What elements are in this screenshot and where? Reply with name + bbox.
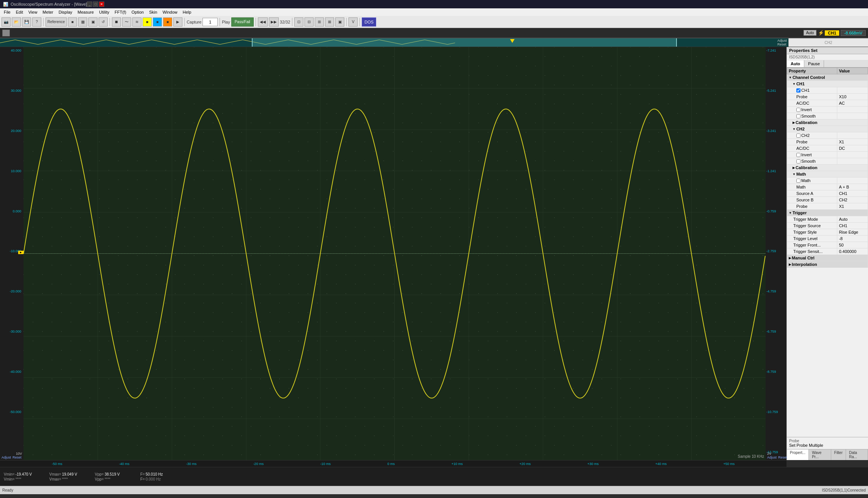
menu-file[interactable]: File	[2, 9, 13, 15]
trig-source-row: Trigger Source CH1	[787, 223, 868, 229]
menu-option[interactable]: Option	[129, 9, 146, 15]
tb-ref2[interactable]: ▦	[78, 17, 87, 27]
tb-ref4[interactable]: ↺	[99, 17, 108, 27]
ch2-smooth-checkbox[interactable]	[796, 159, 801, 163]
x-axis-labels: -50 ms -40 ms -30 ms -20 ms -10 ms 0 ms …	[24, 462, 763, 466]
r-label-7: -6.759	[766, 330, 786, 333]
y-label-2: 20.000	[2, 129, 23, 133]
tb-zoom5[interactable]: ▣	[335, 17, 344, 27]
r-label-3: -1.241	[766, 169, 786, 173]
sep4	[220, 18, 220, 26]
adjust-right[interactable]: Adjust	[767, 456, 777, 459]
tb-wave2[interactable]: ≋	[132, 17, 141, 27]
menu-window[interactable]: Window	[160, 9, 180, 15]
reset-left[interactable]: Reset	[13, 456, 22, 459]
menu-fft[interactable]: FFT(f)	[112, 9, 129, 15]
y-label-1: 30.000	[2, 89, 23, 93]
vmin2-label: Vmin=	[4, 477, 15, 481]
tb-volt[interactable]: V	[348, 17, 358, 27]
menubar: File Edit View Meter Display Measure Uti…	[0, 8, 868, 16]
adjust-btn-overview[interactable]: Adjust	[777, 39, 787, 42]
toolbar-open[interactable]: 📂	[12, 17, 21, 27]
col-value: Value	[837, 68, 868, 74]
right-axis-scale: 2V Adjust Reset	[766, 451, 786, 460]
auto-button[interactable]: Auto	[804, 30, 817, 36]
channel-control-header: ▼ Channel Control	[787, 74, 868, 81]
tb-mode[interactable]: ▶	[173, 17, 182, 27]
menu-meter[interactable]: Meter	[40, 9, 55, 15]
vmin2-value: ****	[16, 477, 22, 481]
passfail-button[interactable]: Pass/Fail	[231, 17, 254, 27]
tb-ref1[interactable]: ■	[68, 17, 77, 27]
ch2-enable-checkbox[interactable]	[796, 134, 801, 138]
ch1-invert-checkbox[interactable]	[796, 108, 801, 112]
close-button[interactable]: ✕	[99, 2, 104, 7]
x-label-2: -30 ms	[186, 462, 197, 466]
prop-tab-datara[interactable]: Data Ra...	[846, 449, 868, 460]
top-small-indicator	[2, 30, 10, 36]
interpolation-header: ▶ Interpolation	[787, 261, 868, 268]
tb-zoom2[interactable]: ⊟	[305, 17, 314, 27]
vmax2-label: Vmax=	[49, 477, 61, 481]
overview-bar: Adjust Reset CH2	[0, 38, 868, 47]
toolbar-save[interactable]: 💾	[22, 17, 31, 27]
y-label-6: -20.000	[2, 289, 23, 293]
overview-highlight	[252, 38, 677, 47]
dos-button[interactable]: DOS	[362, 17, 376, 27]
reset-btn-overview[interactable]: Reset	[777, 42, 787, 46]
tb-zoom1[interactable]: ⊡	[294, 17, 303, 27]
bottom-prop-tabs: Propert... Wave Pr... Filter Data Ra...	[787, 449, 868, 460]
toolbar-help[interactable]: ?	[32, 17, 41, 27]
ch1-smooth-row: Smooth	[787, 113, 868, 119]
tb-ch-color[interactable]: ■	[143, 17, 152, 27]
capture-input[interactable]	[202, 18, 218, 26]
ch1-enable-checkbox[interactable]	[796, 88, 801, 93]
tb-ch-color3[interactable]: ■	[163, 17, 172, 27]
osc-area: T CH1 CH2	[24, 47, 766, 460]
tb-ch-color2[interactable]: ■	[153, 17, 162, 27]
capture-count: 32/32	[280, 20, 290, 24]
ch1-top-indicator: CH1	[825, 30, 839, 36]
menu-view[interactable]: View	[26, 9, 40, 15]
math-checkbox-row: Math	[787, 178, 868, 184]
tb-next[interactable]: ▶▶	[269, 17, 279, 27]
tb-zoom3[interactable]: ⊞	[315, 17, 324, 27]
ch1-smooth-checkbox[interactable]	[796, 114, 801, 118]
reset-right[interactable]: Reset	[778, 456, 787, 459]
tab-pause[interactable]: Pause	[804, 60, 824, 67]
menu-skin[interactable]: Skin	[147, 9, 159, 15]
tab-auto[interactable]: Auto	[787, 60, 804, 67]
overview-adjust-reset: Adjust Reset	[776, 38, 788, 47]
vpp2-value: ****	[105, 477, 111, 481]
tb-wave1[interactable]: 〜	[122, 17, 131, 27]
toolbar-icon1[interactable]: 📷	[2, 17, 11, 27]
menu-utility[interactable]: Utility	[97, 9, 111, 15]
y-label-8: -40.000	[2, 370, 23, 374]
adjust-left[interactable]: Adjust	[2, 456, 11, 459]
math-type-row: Math A + B	[787, 184, 868, 190]
prop-tab-propert[interactable]: Propert...	[787, 449, 809, 460]
tb-zoom4[interactable]: ⊠	[325, 17, 334, 27]
freq2-value: 0.000 Hz	[146, 477, 161, 481]
tb-stop[interactable]: ⏹	[112, 17, 121, 27]
menu-help[interactable]: Help	[181, 9, 194, 15]
right-axis: -7.241 -5.241 -3.241 -1.241 -0.759 -2.75…	[766, 47, 786, 460]
math-enable-checkbox[interactable]	[796, 179, 801, 183]
minimize-button[interactable]: _	[87, 2, 92, 7]
tb-ref3[interactable]: ▣	[88, 17, 97, 27]
menu-display[interactable]: Display	[56, 9, 74, 15]
menu-edit[interactable]: Edit	[14, 9, 25, 15]
reference-button[interactable]: Reference	[46, 17, 67, 27]
ch2-invert-checkbox[interactable]	[796, 153, 801, 157]
tb-prev[interactable]: ◀◀	[258, 17, 268, 27]
x-label-1: -40 ms	[119, 462, 130, 466]
freq-value: 50.010 Hz	[146, 472, 163, 476]
maximize-button[interactable]: □	[93, 2, 98, 7]
trig-front-row: Trigger Front... 50	[787, 242, 868, 248]
menu-measure[interactable]: Measure	[75, 9, 96, 15]
prop-tab-wavepr[interactable]: Wave Pr...	[809, 449, 831, 460]
ready-status: Ready	[2, 488, 820, 492]
freq-label: F=	[140, 472, 145, 476]
prop-tab-filter[interactable]: Filter	[831, 449, 846, 460]
col-property: Property	[787, 68, 837, 74]
